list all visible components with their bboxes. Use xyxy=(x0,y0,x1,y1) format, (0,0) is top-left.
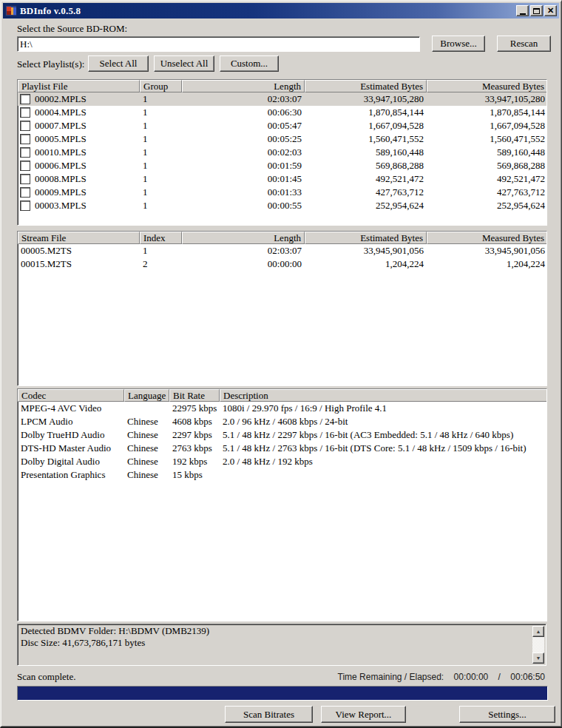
playlist-estimated-bytes: 427,763,712 xyxy=(305,186,427,199)
scroll-up-icon[interactable]: ▲ xyxy=(532,626,544,637)
playlist-measured-bytes: 589,160,448 xyxy=(427,146,547,159)
playlist-file-name: 00003.MPLS xyxy=(35,199,87,212)
column-header-stream-file[interactable]: Stream File xyxy=(18,232,140,244)
column-header-codec[interactable]: Codec xyxy=(18,389,124,402)
playlist-checkbox[interactable] xyxy=(20,121,30,131)
playlist-row[interactable]: 00007.MPLS 1 00:05:47 1,667,094,528 1,66… xyxy=(18,119,546,132)
codec-bitrate: 2297 kbps xyxy=(169,428,220,442)
playlist-checkbox[interactable] xyxy=(20,94,30,104)
playlist-measured-bytes: 492,521,472 xyxy=(427,172,547,186)
playlist-group: 1 xyxy=(140,199,182,212)
select-all-button[interactable]: Select All xyxy=(88,55,149,72)
playlist-estimated-bytes: 492,521,472 xyxy=(305,172,427,186)
minimize-button[interactable] xyxy=(516,5,529,16)
playlist-row[interactable]: 00005.MPLS 1 00:05:25 1,560,471,552 1,56… xyxy=(18,132,546,146)
column-header-language[interactable]: Language xyxy=(124,389,169,402)
playlist-checkbox[interactable] xyxy=(20,147,30,158)
scan-bitrates-button[interactable]: Scan Bitrates xyxy=(225,706,313,723)
codec-table-body: MPEG-4 AVC Video 22975 kbps 1080i / 29.9… xyxy=(18,402,546,482)
view-report-button[interactable]: View Report... xyxy=(321,706,406,723)
column-header-estimated-bytes[interactable]: Estimated Bytes xyxy=(305,80,427,92)
playlist-estimated-bytes: 252,954,624 xyxy=(305,199,427,212)
playlist-checkbox[interactable] xyxy=(20,134,30,144)
playlist-row[interactable]: 00009.MPLS 1 00:01:33 427,763,712 427,76… xyxy=(18,186,546,199)
disc-size: Disc Size: 41,673,786,171 bytes xyxy=(21,637,531,649)
time-label: Time Remaining / Elapsed: xyxy=(338,672,444,682)
column-header-estimated-bytes[interactable]: Estimated Bytes xyxy=(305,232,427,244)
playlist-estimated-bytes: 1,667,094,528 xyxy=(305,119,427,132)
column-header-playlist-file[interactable]: Playlist File xyxy=(18,80,140,92)
codec-row[interactable]: MPEG-4 AVC Video 22975 kbps 1080i / 29.9… xyxy=(18,402,546,415)
playlist-checkbox[interactable] xyxy=(20,187,30,198)
browse-button[interactable]: Browse... xyxy=(432,36,485,52)
codec-row[interactable]: DTS-HD Master Audio Chinese 2763 kbps 5.… xyxy=(18,442,546,455)
codec-row[interactable]: LPCM Audio Chinese 4608 kbps 2.0 / 96 kH… xyxy=(18,415,546,428)
playlist-checkbox[interactable] xyxy=(20,161,30,171)
close-icon: ✕ xyxy=(547,7,554,15)
minimize-icon xyxy=(520,13,526,15)
codec-row[interactable]: Dolby TrueHD Audio Chinese 2297 kbps 5.1… xyxy=(18,428,546,442)
playlist-checkbox[interactable] xyxy=(20,107,30,118)
column-header-length[interactable]: Length xyxy=(182,232,305,244)
codec-language: Chinese xyxy=(124,455,169,468)
playlist-estimated-bytes: 1,870,854,144 xyxy=(305,106,427,119)
playlist-table: Playlist File Group Length Estimated Byt… xyxy=(17,79,547,226)
playlist-checkbox[interactable] xyxy=(20,174,30,184)
info-scrollbar[interactable]: ▲ ▼ xyxy=(532,626,544,664)
maximize-button[interactable] xyxy=(530,5,543,16)
playlist-row[interactable]: 00002.MPLS 1 02:03:07 33,947,105,280 33,… xyxy=(18,92,546,106)
scroll-down-icon[interactable]: ▼ xyxy=(532,653,544,664)
unselect-all-button[interactable]: Unselect All xyxy=(154,55,214,72)
source-path-input[interactable] xyxy=(17,36,420,52)
playlist-file-name: 00002.MPLS xyxy=(35,92,87,106)
close-button[interactable]: ✕ xyxy=(544,5,557,16)
stream-row[interactable]: 00015.M2TS 2 00:00:00 1,204,224 1,204,22… xyxy=(18,257,546,271)
playlist-length: 00:06:30 xyxy=(182,106,305,119)
codec-language: Chinese xyxy=(124,468,169,482)
status-text: Scan complete. xyxy=(17,671,75,683)
codec-name: DTS-HD Master Audio xyxy=(18,442,124,455)
codec-description: 2.0 / 48 kHz / 192 kbps xyxy=(220,455,547,468)
codec-name: Dolby TrueHD Audio xyxy=(18,428,124,442)
playlist-measured-bytes: 569,868,288 xyxy=(427,159,547,172)
bdinfo-window: BDInfo v.0.5.8 ✕ Select the Source BD-RO… xyxy=(0,0,562,728)
codec-language xyxy=(124,402,169,415)
playlist-row[interactable]: 00004.MPLS 1 00:06:30 1,870,854,144 1,87… xyxy=(18,106,546,119)
stream-measured-bytes: 1,204,224 xyxy=(427,257,547,271)
column-header-index[interactable]: Index xyxy=(140,232,182,244)
codec-row[interactable]: Presentation Graphics Chinese 15 kbps xyxy=(18,468,546,482)
playlist-length: 00:02:03 xyxy=(182,146,305,159)
playlist-table-body: 00002.MPLS 1 02:03:07 33,947,105,280 33,… xyxy=(18,92,546,212)
playlist-row[interactable]: 00003.MPLS 1 00:00:55 252,954,624 252,95… xyxy=(18,199,546,212)
title-bar[interactable]: BDInfo v.0.5.8 ✕ xyxy=(3,3,559,18)
playlist-file-name: 00009.MPLS xyxy=(35,186,87,199)
playlist-length: 02:03:07 xyxy=(182,92,305,106)
playlist-length: 00:00:55 xyxy=(182,199,305,212)
time-remaining-elapsed: Time Remaining / Elapsed: 00:00:00 / 00:… xyxy=(338,672,545,682)
codec-bitrate: 15 kbps xyxy=(169,468,220,482)
source-label: Select the Source BD-ROM: xyxy=(17,23,127,35)
codec-bitrate: 2763 kbps xyxy=(169,442,220,455)
playlist-group: 1 xyxy=(140,92,182,106)
column-header-measured-bytes[interactable]: Measured Bytes xyxy=(427,232,547,244)
rescan-button[interactable]: Rescan xyxy=(497,36,551,52)
codec-description xyxy=(220,468,547,482)
codec-name: MPEG-4 AVC Video xyxy=(18,402,124,415)
stream-row[interactable]: 00005.M2TS 1 02:03:07 33,945,901,056 33,… xyxy=(18,244,546,257)
select-playlists-label: Select Playlist(s): xyxy=(17,58,84,70)
playlist-row[interactable]: 00010.MPLS 1 00:02:03 589,160,448 589,16… xyxy=(18,146,546,159)
column-header-measured-bytes[interactable]: Measured Bytes xyxy=(427,80,547,92)
column-header-bit-rate[interactable]: Bit Rate xyxy=(169,389,220,402)
playlist-row[interactable]: 00006.MPLS 1 00:01:59 569,868,288 569,86… xyxy=(18,159,546,172)
column-header-description[interactable]: Description xyxy=(220,389,547,402)
column-header-group[interactable]: Group xyxy=(140,80,182,92)
playlist-row[interactable]: 00008.MPLS 1 00:01:45 492,521,472 492,52… xyxy=(18,172,546,186)
playlist-table-header: Playlist File Group Length Estimated Byt… xyxy=(18,80,546,92)
playlist-file-name: 00006.MPLS xyxy=(35,159,87,172)
column-header-length[interactable]: Length xyxy=(182,80,305,92)
codec-language: Chinese xyxy=(124,428,169,442)
codec-row[interactable]: Dolby Digital Audio Chinese 192 kbps 2.0… xyxy=(18,455,546,468)
playlist-checkbox[interactable] xyxy=(20,200,30,211)
custom-button[interactable]: Custom... xyxy=(220,55,279,72)
settings-button[interactable]: Settings... xyxy=(459,706,555,723)
